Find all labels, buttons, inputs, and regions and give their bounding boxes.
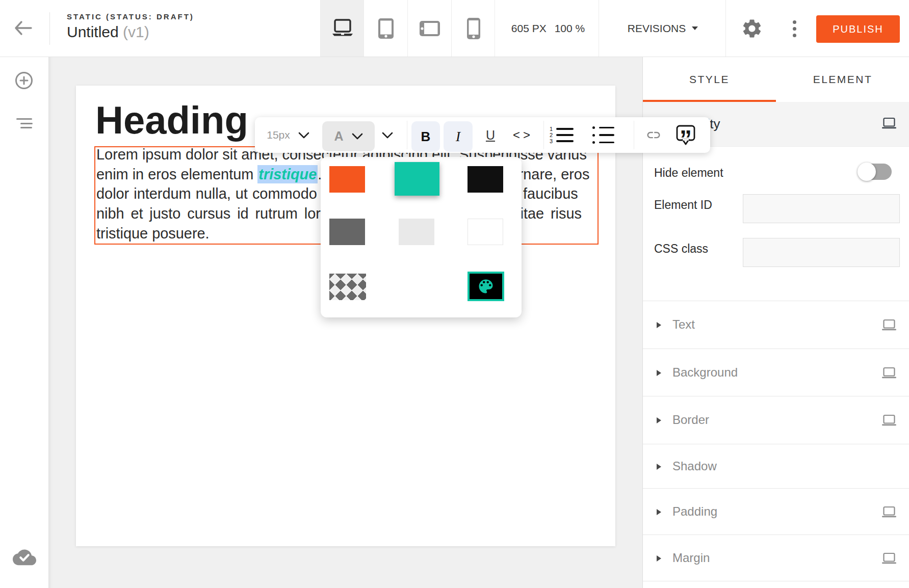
chevron-right-icon bbox=[657, 555, 661, 562]
palette-icon bbox=[477, 277, 495, 296]
chevron-down-icon bbox=[298, 132, 309, 139]
accordion-section-background[interactable]: Background bbox=[643, 349, 909, 396]
zoom-indicator: 605 PX 100 % bbox=[500, 0, 596, 57]
divider bbox=[49, 12, 50, 45]
chevron-right-icon bbox=[657, 509, 661, 515]
css-class-input[interactable] bbox=[743, 238, 900, 267]
saved-indicator bbox=[13, 547, 36, 566]
link-icon bbox=[643, 127, 664, 143]
plus-circle-icon bbox=[14, 71, 34, 90]
page-title: Untitled (v1) bbox=[67, 23, 149, 41]
accordion-label: Border bbox=[672, 413, 709, 427]
accordion-section-text[interactable]: Text bbox=[643, 301, 909, 349]
color-swatch-custom[interactable] bbox=[468, 272, 504, 301]
accordion-label: Shadow bbox=[672, 459, 717, 473]
divider bbox=[643, 581, 909, 581]
accordion-section-margin[interactable]: Margin bbox=[643, 534, 909, 581]
ordered-list-button[interactable]: 123 bbox=[549, 126, 574, 144]
kebab-icon bbox=[793, 20, 796, 24]
page-version: (v1) bbox=[123, 23, 149, 40]
device-tablet-landscape-button[interactable] bbox=[408, 0, 451, 57]
accordion-label: Margin bbox=[672, 551, 710, 565]
laptop-icon bbox=[882, 552, 896, 567]
unordered-list-button[interactable] bbox=[592, 126, 614, 144]
accordion-label: Text bbox=[672, 317, 695, 332]
chevron-right-icon bbox=[657, 370, 661, 376]
divider bbox=[725, 0, 726, 57]
italic-button[interactable]: I bbox=[444, 121, 473, 152]
accordion-section-border[interactable]: Border bbox=[643, 396, 909, 444]
accordion-section-padding[interactable]: Padding bbox=[643, 488, 909, 534]
color-picker-popup bbox=[321, 157, 522, 317]
back-button[interactable] bbox=[13, 19, 34, 38]
accordion-section-shadow[interactable]: Shadow bbox=[643, 444, 909, 488]
device-desktop-button[interactable] bbox=[321, 0, 364, 57]
mobile-icon bbox=[467, 18, 480, 39]
device-tablet-button[interactable] bbox=[364, 0, 407, 57]
color-swatch-orange[interactable] bbox=[329, 166, 365, 193]
laptop-icon bbox=[882, 117, 896, 131]
accordion-label: Background bbox=[672, 365, 738, 380]
caret-down-icon bbox=[692, 26, 698, 30]
link-button[interactable] bbox=[641, 117, 666, 153]
add-element-button[interactable] bbox=[14, 71, 34, 90]
selected-word: tristique bbox=[257, 165, 318, 183]
format-dropdown[interactable] bbox=[376, 117, 399, 153]
divider bbox=[495, 0, 495, 57]
more-options-button[interactable] bbox=[788, 17, 800, 40]
zoom-value: 100 % bbox=[555, 22, 585, 35]
chevron-down-icon bbox=[382, 132, 393, 139]
element-id-input[interactable] bbox=[743, 194, 900, 223]
laptop-icon bbox=[331, 18, 354, 39]
canvas-heading[interactable]: Heading bbox=[95, 101, 248, 140]
laptop-icon bbox=[882, 319, 896, 333]
divider bbox=[599, 0, 599, 57]
device-mobile-button[interactable] bbox=[452, 0, 495, 57]
bold-button[interactable]: B bbox=[411, 121, 440, 152]
divider bbox=[634, 121, 634, 149]
color-swatch-black[interactable] bbox=[468, 166, 503, 193]
layers-button[interactable] bbox=[16, 118, 33, 129]
color-swatch-light-gray[interactable] bbox=[399, 219, 434, 245]
chevron-right-icon bbox=[657, 417, 661, 423]
page-width-value: 605 PX bbox=[511, 22, 547, 35]
top-bar: STATIC (STATUS: DRAFT) Untitled (v1) bbox=[0, 0, 909, 57]
element-id-label: Element ID bbox=[654, 198, 712, 212]
text-format-toolbar: 15px A B I U <> 123 ” bbox=[255, 117, 710, 153]
divider bbox=[543, 121, 544, 149]
accordion-label: Padding bbox=[672, 504, 717, 519]
css-class-label: CSS class bbox=[654, 242, 708, 256]
quote-icon: ” bbox=[674, 123, 697, 147]
hide-element-toggle[interactable] bbox=[860, 164, 892, 180]
hide-element-label: Hide element bbox=[654, 166, 723, 180]
back-arrow-icon bbox=[13, 19, 34, 38]
laptop-icon bbox=[882, 367, 896, 381]
layers-icon bbox=[16, 118, 32, 120]
tab-style[interactable]: STYLE bbox=[643, 57, 776, 102]
settings-button[interactable] bbox=[741, 17, 763, 40]
gear-icon bbox=[741, 17, 763, 40]
cloud-check-icon bbox=[13, 547, 36, 566]
svg-text:”: ” bbox=[680, 125, 692, 147]
underline-button[interactable]: U bbox=[478, 117, 503, 153]
color-swatch-transparent[interactable] bbox=[329, 274, 366, 300]
tab-element[interactable]: ELEMENT bbox=[776, 57, 909, 102]
code-button[interactable]: <> bbox=[508, 117, 538, 153]
left-toolbar bbox=[0, 57, 48, 588]
color-swatch-dark-gray[interactable] bbox=[329, 219, 365, 245]
chevron-right-icon bbox=[657, 464, 661, 470]
laptop-icon bbox=[882, 506, 896, 520]
laptop-icon bbox=[882, 414, 896, 429]
chevron-down-icon bbox=[352, 133, 363, 140]
tablet-icon bbox=[378, 18, 394, 39]
text-color-dropdown[interactable]: A bbox=[322, 121, 375, 151]
publish-button[interactable]: PUBLISH bbox=[816, 15, 900, 43]
quote-button[interactable]: ” bbox=[671, 117, 700, 153]
color-swatch-teal[interactable] bbox=[395, 162, 439, 196]
tablet-landscape-icon bbox=[420, 21, 440, 36]
font-size-dropdown[interactable]: 15px bbox=[260, 117, 316, 153]
chevron-right-icon bbox=[657, 322, 661, 328]
revisions-dropdown[interactable]: REVISIONS bbox=[607, 0, 719, 57]
color-swatch-white[interactable] bbox=[468, 219, 503, 245]
divider bbox=[407, 121, 407, 149]
